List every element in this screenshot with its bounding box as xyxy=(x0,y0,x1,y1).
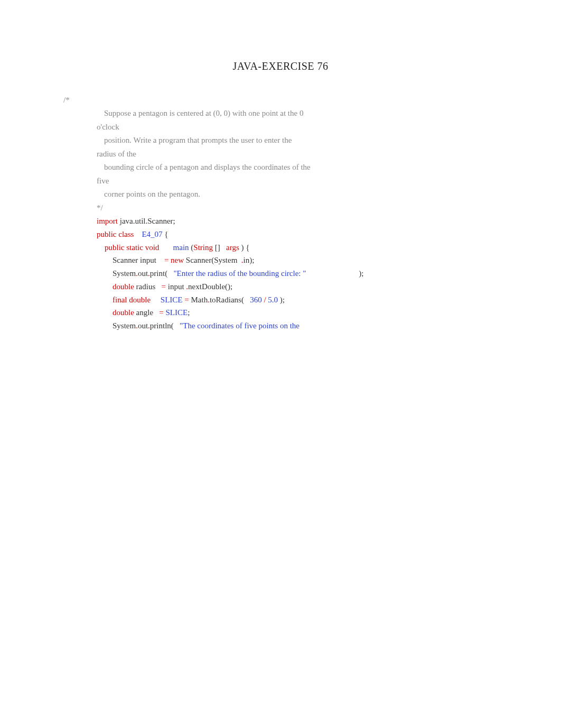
code-line-main: public static void main (String [] args … xyxy=(105,241,382,254)
nextDouble: nextDouble(); xyxy=(188,282,232,291)
code-line-import: import java.util.Scanner; xyxy=(97,215,382,228)
comment-line: Suppose a pentagon is centered at (0, 0)… xyxy=(97,107,377,121)
keyword-final-double: final double xyxy=(113,296,151,304)
code-block: import java.util.Scanner; public class E… xyxy=(97,215,382,333)
eq: = xyxy=(184,296,189,304)
comment-line: bounding circle of a pentagon and displa… xyxy=(97,161,377,174)
system: System xyxy=(113,269,136,278)
comment-line: five xyxy=(97,174,377,188)
keyword-psv: public static void xyxy=(105,243,159,252)
import-package: java.util.Scanner; xyxy=(118,217,175,225)
brackets: [] xyxy=(213,243,220,252)
eq-new: = new xyxy=(164,256,184,264)
code-line-slice: final double SLICE = Math.toRadians( 360… xyxy=(113,293,382,307)
method-main: main xyxy=(173,243,189,252)
keyword-double: double xyxy=(113,282,134,291)
print: print( xyxy=(150,269,167,278)
code-line-class: public class E4_07 { xyxy=(97,228,382,241)
num-5: 5.0 xyxy=(268,296,278,304)
tail: ); xyxy=(359,269,363,278)
comment-close-token: */ xyxy=(97,201,377,215)
type-string: String xyxy=(193,243,213,252)
semi: ; xyxy=(188,308,190,317)
code-line-radius: double radius = input .nextDouble(); xyxy=(113,280,382,293)
in: in); xyxy=(244,256,255,264)
const-slice: SLICE xyxy=(161,296,183,304)
keyword-import: import xyxy=(97,217,118,225)
angle-name: angle xyxy=(134,308,155,317)
system: System xyxy=(113,321,136,330)
code-line-angle: double angle = SLICE; xyxy=(113,306,382,319)
class-name: E4_07 xyxy=(142,230,162,238)
scanner-ctor: Scanner(System xyxy=(184,256,237,264)
math-ref: Math xyxy=(189,296,208,304)
out: out xyxy=(138,269,148,278)
content-area: /* Suppose a pentagon is centered at (0,… xyxy=(0,94,561,333)
comment-line: o'clock xyxy=(97,121,377,134)
code-line-print1: System.out.print( "Enter the radius of t… xyxy=(113,267,382,280)
code-line-println: System.out.println( "The coordinates of … xyxy=(113,319,382,333)
toRadians: toRadians( xyxy=(210,296,244,304)
param-args: args xyxy=(226,243,239,252)
comment-line: radius of the xyxy=(97,148,377,161)
out: out xyxy=(138,321,148,330)
document-page: JAVA-EXERCISE 76 /* Suppose a pentagon i… xyxy=(0,60,561,333)
eq: = xyxy=(162,282,166,291)
comment-line: corner points on the pentagon. xyxy=(97,188,377,201)
string-literal: "The coordinates of five points on the xyxy=(180,321,300,330)
page-title: JAVA-EXERCISE 76 xyxy=(0,60,561,72)
scanner-decl: Scanner input xyxy=(113,256,158,264)
close-paren: ); xyxy=(280,296,285,304)
comment-line: position. Write a program that prompts t… xyxy=(97,134,377,148)
eq: = xyxy=(159,308,163,317)
code-line-scanner: Scanner input = new Scanner(System .in); xyxy=(113,254,382,267)
comment-open-token: /* xyxy=(63,94,70,107)
keyword-public-class: public class xyxy=(97,230,134,238)
println: println( xyxy=(150,321,174,330)
radius-name: radius xyxy=(134,282,157,291)
keyword-double: double xyxy=(113,308,134,317)
brace: { xyxy=(163,230,169,238)
comment-block: Suppose a pentagon is centered at (0, 0)… xyxy=(97,94,377,215)
string-literal: "Enter the radius of the bounding circle… xyxy=(173,269,306,278)
input-ref: input xyxy=(166,282,184,291)
num-360: 360 xyxy=(250,296,262,304)
slice-ref: SLICE xyxy=(164,308,188,317)
rparen-brace: ) { xyxy=(241,243,250,252)
